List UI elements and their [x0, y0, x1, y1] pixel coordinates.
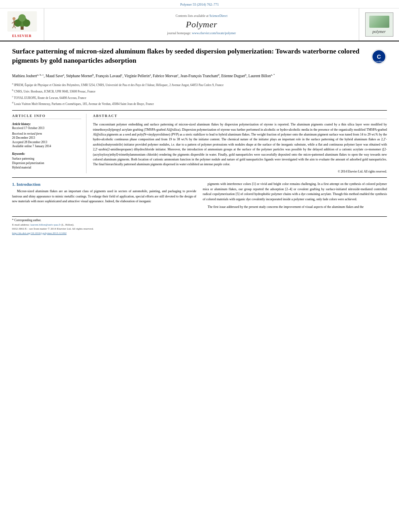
elsevier-tree-icon [6, 11, 38, 33]
authors-section: Mathieu Jouberta, b, c, Maud Savea, Stép… [12, 73, 387, 79]
available-date: Available online 7 January 2014 [12, 144, 81, 149]
revised-date: 26 December 2013 [12, 136, 81, 140]
received-date: Received 17 October 2013 [12, 126, 81, 131]
affiliations-section: a IPREM, Équipe de Physique et Chimie de… [12, 82, 387, 111]
page-wrapper: Polymer 55 (2014) 762–771 [0, 0, 399, 239]
accepted-date: Accepted 28 December 2013 [12, 140, 81, 145]
homepage-link[interactable]: www.elsevier.com/locate/polymer [192, 31, 236, 35]
author-name: Virginie Pellerin [124, 74, 150, 78]
author-name: Etienne Duguet [221, 74, 245, 78]
author-name: Stéphane Mornet [66, 74, 92, 78]
polymer-logo-text: polymer [372, 29, 386, 34]
intro-left-text: Micron-sized aluminum flakes are an impo… [12, 189, 196, 204]
info-abstract-section: ARTICLE INFO Article history: Received 1… [12, 114, 387, 178]
journal-title-area: Contents lists available at ScienceDirec… [44, 8, 359, 41]
introduction-title: 1. Introduction [12, 182, 196, 187]
journal-homepage: journal homepage: www.elsevier.com/locat… [167, 31, 236, 35]
history-label: Article history: [12, 122, 81, 126]
email-line: E-mail address: laurent.billon@univ-pau.… [12, 223, 387, 227]
journal-name: Polymer [186, 19, 217, 30]
affiliation-c: c TOYAL EUROPE, Route de Lescun, 64490 A… [12, 94, 387, 100]
svg-text:C: C [377, 53, 381, 60]
copyright-footer: 0032-3861/$ – see front matter © 2014 El… [12, 227, 387, 231]
body-section: 1. Introduction Micron-sized aluminum fl… [12, 182, 387, 212]
author-name: Jean-François Tranchant [181, 74, 218, 78]
author-name: Mathieu Joubert [12, 74, 37, 78]
author-name: Maud Save [45, 74, 63, 78]
author-name: François Lavaud [96, 74, 121, 78]
elsevier-logo-container: ELSEVIER [0, 8, 44, 41]
article-title: Surface patterning of micron-sized alumi… [12, 47, 367, 66]
corresponding-note: * Corresponding author. [12, 218, 387, 222]
crossmark-icon: C CrossMark [371, 49, 387, 64]
footer-section: * Corresponding author. E-mail address: … [12, 216, 387, 236]
affiliation-d: d Louis Vuitton Moët Hennessy, Parfums e… [12, 101, 387, 106]
crossmark-badge[interactable]: C CrossMark [371, 49, 387, 65]
copyright-line: © 2014 Elsevier Ltd. All rights reserved… [93, 170, 387, 173]
article-info-header: ARTICLE INFO [12, 114, 81, 119]
received-revised-label: Received in revised form [12, 132, 81, 136]
doi-anchor[interactable]: http://dx.doi.org/10.1016/j.polymer.2013… [12, 232, 66, 235]
body-left-col: 1. Introduction Micron-sized aluminum fl… [12, 182, 196, 212]
sciencedirect-link[interactable]: ScienceDirect [210, 14, 228, 18]
journal-header: ELSEVIER Contents lists available at Sci… [0, 8, 399, 41]
abstract-header: ABSTRACT [93, 114, 387, 119]
article-content: Surface patterning of micron-sized alumi… [0, 41, 399, 239]
author-name: Fabrice Morvan [153, 74, 177, 78]
affiliation-a: a IPREM, Équipe de Physique et Chimie de… [12, 82, 387, 87]
polymer-logo: polymer [365, 12, 393, 37]
author-name: Laurent Billon [249, 74, 271, 78]
sciencedirect-line: Contents lists available at ScienceDirec… [176, 14, 228, 18]
svg-text:CrossMark: CrossMark [374, 60, 384, 63]
svg-point-6 [12, 17, 15, 20]
affiliation-b: b CNRS, Univ. Bordeaux, ICMCB, UPR 9048,… [12, 88, 387, 94]
doi-link[interactable]: http://dx.doi.org/10.1016/j.polymer.2013… [12, 231, 387, 236]
elsevier-label: ELSEVIER [12, 34, 31, 38]
keyword-1: Surface patterning [12, 156, 81, 161]
journal-citation: Polymer 55 (2014) 762–771 [0, 0, 399, 8]
email-link[interactable]: laurent.billon@univ-pau.fr [31, 223, 61, 226]
body-right-col: pigments with interference colors [1] or… [203, 182, 387, 212]
keyword-2: Dispersion polymerization [12, 161, 81, 165]
keywords-label: Keywords: [12, 152, 81, 156]
abstract-col: ABSTRACT The concomitant polymer embeddi… [93, 114, 387, 173]
intro-right-text: pigments with interference colors [1] or… [203, 182, 387, 210]
svg-point-5 [18, 14, 25, 21]
title-section: Surface patterning of micron-sized alumi… [12, 47, 387, 69]
article-info-col: ARTICLE INFO Article history: Received 1… [12, 114, 86, 173]
abstract-text: The concomitant polymer embedding and su… [93, 122, 387, 167]
polymer-logo-container: polymer [359, 8, 399, 41]
keyword-3: Hybrid material [12, 165, 81, 170]
